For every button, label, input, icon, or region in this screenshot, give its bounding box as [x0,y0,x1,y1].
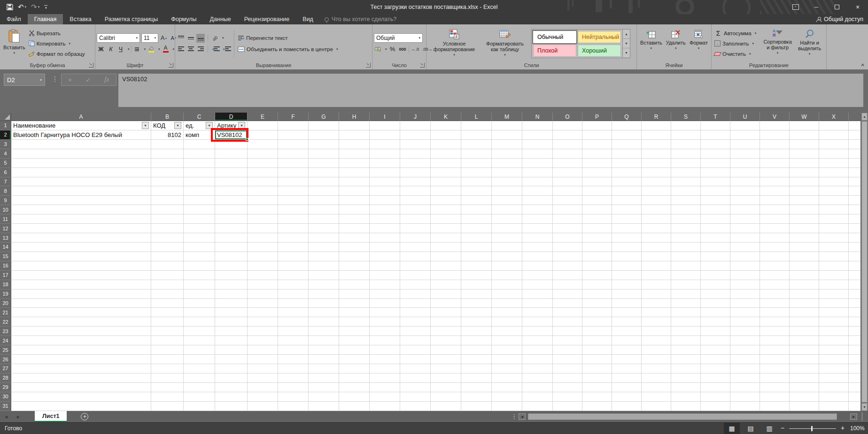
cell-T8[interactable] [701,186,730,196]
cell-F11[interactable] [278,214,309,224]
cell-O22[interactable] [553,317,582,327]
cell-F31[interactable] [278,402,309,411]
cell-H5[interactable] [339,159,370,168]
cell-N18[interactable] [522,280,553,289]
cell-X21[interactable] [819,308,849,317]
cell-G4[interactable] [309,149,339,159]
cell-I17[interactable] [370,271,400,280]
cell-A3[interactable] [11,140,151,149]
cell-T25[interactable] [701,345,730,355]
cell-B30[interactable] [151,392,184,402]
sheet-nav-right-icon[interactable]: ▸ [12,411,24,422]
cell-H15[interactable] [339,252,370,261]
cut-button[interactable]: Вырезать [27,29,86,38]
cell-L11[interactable] [461,214,492,224]
cancel-icon[interactable]: × [69,76,72,84]
cell-F15[interactable] [278,252,309,261]
cell-W28[interactable] [790,373,819,383]
cell-D3[interactable] [215,140,248,149]
cell-S6[interactable] [671,168,701,177]
cell-W14[interactable] [790,243,819,252]
cell-C14[interactable] [184,243,215,252]
cell-H16[interactable] [339,261,370,271]
cell-X13[interactable] [819,233,849,243]
row-header-19[interactable]: 19 [0,289,11,299]
cell-I30[interactable] [370,392,400,402]
cell-D31[interactable] [215,402,248,411]
cell-C21[interactable] [184,308,215,317]
cell-K10[interactable] [431,205,461,214]
cell-A20[interactable] [11,299,151,308]
cell-X23[interactable] [819,327,849,336]
cell-N31[interactable] [522,402,553,411]
cell-W25[interactable] [790,345,819,355]
cell-B14[interactable] [151,243,184,252]
cell-style-плохой[interactable]: Плохой [533,45,576,57]
cell-D30[interactable] [215,392,248,402]
cell-Q1[interactable] [612,121,642,130]
filter-button-d1[interactable]: ▾ [238,122,245,129]
cell-P26[interactable] [582,355,612,364]
cell-G3[interactable] [309,140,339,149]
cell-I21[interactable] [370,308,400,317]
cell-H24[interactable] [339,336,370,345]
cell-T4[interactable] [701,149,730,159]
number-dialog-launcher-icon[interactable] [420,63,425,68]
cell-G20[interactable] [309,299,339,308]
cell-O29[interactable] [553,383,582,392]
cell-R14[interactable] [642,243,671,252]
cell-O1[interactable] [553,121,582,130]
grow-font-button[interactable]: A▲ [160,34,168,43]
cell-Q12[interactable] [612,224,642,233]
cell-U20[interactable] [730,299,760,308]
cell-D9[interactable] [215,196,248,205]
cell-D10[interactable] [215,205,248,214]
cell-S17[interactable] [671,271,701,280]
cell-G14[interactable] [309,243,339,252]
cell-B6[interactable] [151,168,184,177]
cell-A19[interactable] [11,289,151,299]
cell-R10[interactable] [642,205,671,214]
fill-handle[interactable] [246,138,248,141]
cell-G11[interactable] [309,214,339,224]
cell-M10[interactable] [492,205,522,214]
cell-H4[interactable] [339,149,370,159]
cell-M1[interactable] [492,121,522,130]
cell-W16[interactable] [790,261,819,271]
cell-U28[interactable] [730,373,760,383]
cell-A21[interactable] [11,308,151,317]
cell-I9[interactable] [370,196,400,205]
cell-N21[interactable] [522,308,553,317]
row-header-31[interactable]: 31 [0,402,11,411]
cell-U8[interactable] [730,186,760,196]
cell-H7[interactable] [339,177,370,187]
cell-H6[interactable] [339,168,370,177]
cell-J24[interactable] [400,336,431,345]
cell-V2[interactable] [760,130,790,140]
row-header-3[interactable]: 3 [0,140,11,149]
cell-Q4[interactable] [612,149,642,159]
cell-K16[interactable] [431,261,461,271]
cell-R22[interactable] [642,317,671,327]
increase-decimal-button[interactable]: ←.0 [411,45,420,53]
cell-T15[interactable] [701,252,730,261]
cell-H25[interactable] [339,345,370,355]
cell-I14[interactable] [370,243,400,252]
select-all-button[interactable] [0,113,11,121]
cell-B25[interactable] [151,345,184,355]
cell-F4[interactable] [278,149,309,159]
cell-M31[interactable] [492,402,522,411]
cell-Q30[interactable] [612,392,642,402]
cell-K7[interactable] [431,177,461,187]
cell-X14[interactable] [819,243,849,252]
column-header-w[interactable]: W [790,113,819,121]
cell-T12[interactable] [701,224,730,233]
cell-M25[interactable] [492,345,522,355]
cell-E27[interactable] [248,364,278,373]
merge-center-button[interactable]: Объединить и поместить в центре ▾ [236,45,371,54]
cell-P20[interactable] [582,299,612,308]
cell-U19[interactable] [730,289,760,299]
cell-B24[interactable] [151,336,184,345]
cell-W17[interactable] [790,271,819,280]
cell-I22[interactable] [370,317,400,327]
